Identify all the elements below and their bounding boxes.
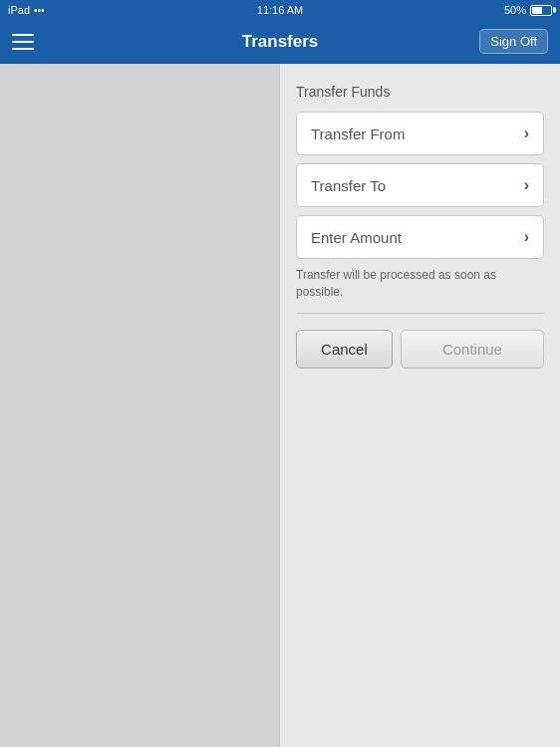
battery-percent: 50% [504,4,526,16]
status-time: 11:16 AM [257,4,303,16]
page-title: Transfers [242,32,319,52]
continue-button[interactable]: Continue [401,330,544,369]
transfer-to-label: Transfer To [311,177,386,194]
right-panel: Transfer Funds Transfer From › Transfer … [279,64,560,747]
notice-text: Transfer will be processed as soon as po… [296,267,544,301]
divider [296,313,544,314]
section-title: Transfer Funds [296,84,544,100]
enter-amount-label: Enter Amount [311,229,402,246]
hamburger-menu-icon[interactable] [12,34,34,50]
left-panel [0,64,279,747]
enter-amount-row[interactable]: Enter Amount › [296,215,544,259]
transfer-from-row[interactable]: Transfer From › [296,112,544,155]
status-right: 50% [504,4,552,16]
enter-amount-chevron-icon: › [524,228,529,246]
transfer-from-chevron-icon: › [524,124,529,142]
status-bar: iPad ••• 11:16 AM 50% [0,0,560,20]
battery-icon [530,5,552,16]
nav-bar: Transfers Sign Off [0,20,560,64]
main-layout: Transfer Funds Transfer From › Transfer … [0,64,560,747]
transfer-to-chevron-icon: › [524,176,529,194]
transfer-to-row[interactable]: Transfer To › [296,163,544,207]
sign-off-button[interactable]: Sign Off [479,29,548,54]
cancel-button[interactable]: Cancel [296,330,393,369]
wifi-icon: ••• [34,5,45,16]
button-row: Cancel Continue [296,330,544,369]
status-left: iPad ••• [8,4,45,16]
transfer-from-label: Transfer From [311,125,405,142]
device-label: iPad [8,4,30,16]
